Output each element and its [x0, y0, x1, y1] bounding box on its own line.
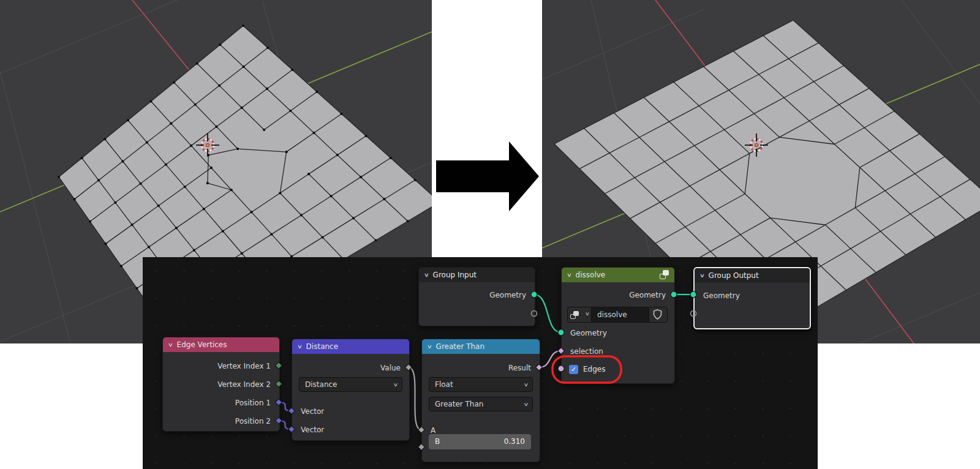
node-group-name-field[interactable]: dissolve: [592, 307, 649, 323]
node-title: Edge Vertices: [177, 340, 227, 349]
socket-label-position-1: Position 1: [235, 397, 271, 408]
socket-label-geometry: Geometry: [703, 290, 740, 301]
node-dissolve-group[interactable]: ∨dissolveGeometry∨dissolveGeometryselect…: [561, 267, 675, 384]
node-group-output[interactable]: ∨Group OutputGeometry: [693, 267, 811, 329]
dropdown-greater-than[interactable]: Greater Than∨: [429, 397, 533, 411]
edges-checkbox-row: ✓Edges: [569, 364, 605, 375]
socket-label-result: Result: [508, 362, 531, 373]
dropdown-value: Distance: [305, 380, 337, 389]
checkbox-label: Edges: [583, 365, 605, 373]
chevron-down-icon: ∨: [524, 378, 529, 392]
checkbox-checked[interactable]: ✓: [569, 365, 578, 374]
node-title: Greater Than: [436, 342, 484, 351]
slider-label: B: [435, 434, 440, 449]
node-title: Distance: [306, 342, 338, 351]
collapse-chevron-icon[interactable]: ∨: [427, 343, 432, 350]
socket-label-vector: Vector: [301, 406, 324, 417]
node-header-dissolve-group[interactable]: ∨dissolve: [562, 268, 674, 282]
dropdown-distance[interactable]: Distance∨: [299, 377, 402, 392]
transform-arrow-icon: [431, 138, 541, 215]
node-header-greater-than[interactable]: ∨Greater Than: [422, 339, 540, 354]
blender-before-after-collage: ∨Edge VerticesVertex Index 1Vertex Index…: [0, 0, 980, 469]
socket-label-vector: Vector: [301, 424, 324, 435]
node-edge-vertices[interactable]: ∨Edge VerticesVertex Index 1Vertex Index…: [162, 337, 280, 432]
socket-label-vertex-index-1: Vertex Index 1: [217, 361, 271, 372]
node-title: Group Input: [433, 271, 477, 279]
slider-value: 0.310: [504, 434, 525, 449]
shield-icon: [649, 307, 666, 322]
socket-label-position-2: Position 2: [235, 416, 271, 427]
node-distance[interactable]: ∨DistanceValueDistance∨VectorVector: [292, 339, 410, 441]
socket-label-selection: selection: [570, 346, 603, 357]
socket-label-value: Value: [380, 362, 401, 373]
dropdown-value: Float: [435, 380, 453, 389]
socket-label-geometry: Geometry: [570, 328, 607, 339]
socket-label-geometry: Geometry: [489, 290, 526, 301]
chevron-down-icon: ∨: [393, 378, 399, 392]
collapse-chevron-icon[interactable]: ∨: [567, 272, 572, 278]
chevron-down-icon: ∨: [585, 311, 590, 317]
node-header-distance[interactable]: ∨Distance: [292, 339, 409, 354]
dropdown-value: Greater Than: [435, 400, 483, 408]
node-header-group-input[interactable]: ∨Group Input: [419, 268, 535, 282]
node-header-edge-vertices[interactable]: ∨Edge Vertices: [163, 337, 279, 352]
value-slider-b[interactable]: B0.310: [429, 434, 531, 449]
dropdown-float[interactable]: Float∨: [429, 377, 533, 392]
node-editor-panel[interactable]: ∨Edge VerticesVertex Index 1Vertex Index…: [143, 257, 818, 469]
fake-user-shield-button[interactable]: [649, 307, 668, 323]
node-group-selector: ∨dissolve: [567, 307, 668, 323]
socket-label-vertex-index-2: Vertex Index 2: [217, 379, 271, 390]
socket-label-geometry: Geometry: [629, 290, 666, 301]
node-greater-than[interactable]: ∨Greater ThanResultFloat∨Greater Than∨AB…: [421, 339, 540, 462]
node-group-input[interactable]: ∨Group InputGeometry: [418, 267, 535, 326]
node-title: Group Output: [709, 271, 759, 280]
node-title: dissolve: [576, 271, 606, 279]
collapse-chevron-icon[interactable]: ∨: [168, 342, 173, 348]
chevron-down-icon: ∨: [524, 397, 529, 411]
collapse-chevron-icon[interactable]: ∨: [297, 343, 303, 350]
node-group-browse-button[interactable]: ∨: [567, 307, 592, 323]
collapse-chevron-icon[interactable]: ∨: [699, 272, 705, 279]
collapse-chevron-icon[interactable]: ∨: [424, 272, 429, 278]
nodetree-icon: [570, 310, 579, 319]
node-header-group-output[interactable]: ∨Group Output: [695, 268, 810, 283]
nodetree-icon: [659, 270, 669, 279]
